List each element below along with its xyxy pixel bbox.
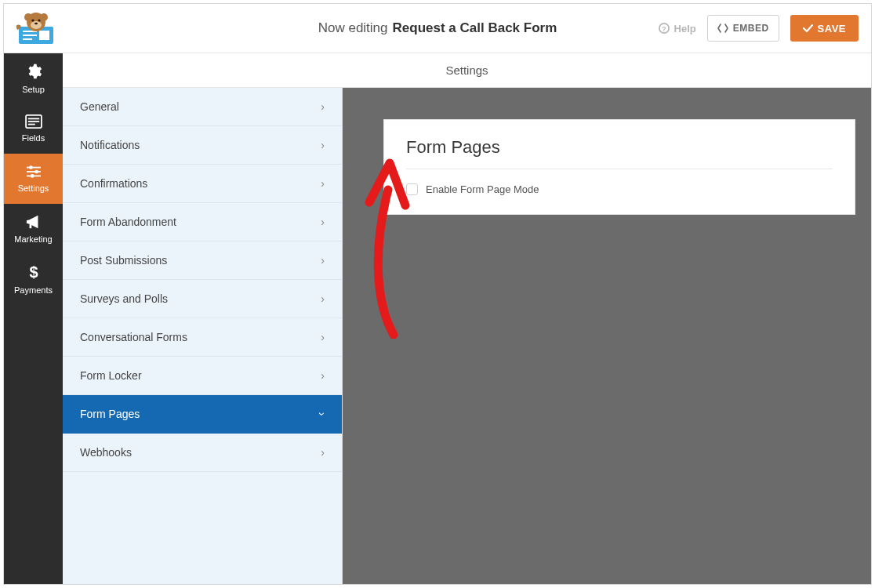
app-logo [4,4,68,53]
subnav-item-form-pages[interactable]: Form Pages › [63,395,342,434]
chevron-down-icon: › [317,412,329,416]
editing-prefix: Now editing [318,20,388,36]
svg-point-8 [31,21,42,29]
chevron-right-icon: › [321,292,325,305]
subnav-label: Confirmations [80,177,147,190]
svg-point-6 [24,13,32,21]
checkbox-label: Enable Form Page Mode [426,183,539,195]
sidebar-label: Settings [18,183,49,193]
fields-icon [25,114,42,129]
subnav-item-conversational-forms[interactable]: Conversational Forms › [63,318,342,357]
subnav-item-general[interactable]: General › [63,88,342,126]
subnav-label: Post Submissions [80,254,167,267]
subnav-label: Surveys and Polls [80,292,168,305]
main-canvas: Form Pages Enable Form Page Mode [343,88,871,584]
gear-icon [25,63,42,80]
top-actions: ? Help EMBED SAVE [659,15,859,42]
sidebar-label: Marketing [14,234,52,244]
help-icon: ? [659,23,670,34]
svg-rect-3 [23,38,32,40]
svg-point-23 [30,174,34,178]
enable-form-page-mode-row: Enable Form Page Mode [406,183,833,195]
sidebar-item-settings[interactable]: Settings [4,154,63,204]
embed-button[interactable]: EMBED [707,15,779,42]
dollar-icon: $ [27,263,40,281]
svg-rect-17 [27,124,34,125]
chevron-right-icon: › [321,331,325,343]
svg-rect-2 [23,34,37,36]
svg-point-21 [34,170,38,174]
page-title: Settings [445,64,488,77]
code-icon [717,24,728,33]
help-link[interactable]: ? Help [659,23,696,34]
chevron-right-icon: › [321,100,325,113]
page-title-bar: Settings [63,53,871,88]
sidebar-item-setup[interactable]: Setup [4,53,63,103]
subnav-item-confirmations[interactable]: Confirmations › [63,165,342,203]
check-icon [803,24,813,33]
sidebar-item-fields[interactable]: Fields [4,103,63,154]
svg-point-11 [34,23,38,25]
form-pages-panel: Form Pages Enable Form Page Mode [383,119,855,215]
svg-point-19 [29,165,33,169]
save-button[interactable]: SAVE [790,15,859,42]
enable-form-page-mode-checkbox[interactable] [406,183,418,195]
subnav-item-form-abandonment[interactable]: Form Abandonment › [63,203,342,241]
sidebar-item-payments[interactable]: $ Payments [4,254,63,304]
svg-point-7 [40,13,48,21]
sidebar-label: Setup [22,85,45,94]
svg-rect-16 [27,121,38,122]
svg-rect-15 [27,118,38,120]
subnav-label: Webhooks [80,446,132,459]
svg-rect-4 [39,31,49,40]
subnav-label: Conversational Forms [80,331,187,343]
chevron-right-icon: › [321,369,325,382]
subnav-item-surveys-and-polls[interactable]: Surveys and Polls › [63,280,342,318]
subnav-label: Notifications [80,139,140,151]
megaphone-icon [25,214,42,230]
subnav-label: General [80,100,119,113]
subnav-item-notifications[interactable]: Notifications › [63,126,342,165]
panel-heading: Form Pages [406,137,833,169]
chevron-right-icon: › [321,139,325,151]
svg-point-10 [38,19,40,21]
chevron-right-icon: › [321,216,325,228]
subnav-item-webhooks[interactable]: Webhooks › [63,434,342,472]
settings-subnav: General › Notifications › Confirmations … [63,88,343,584]
embed-label: EMBED [733,23,769,34]
svg-rect-24 [29,224,31,228]
subnav-label: Form Abandonment [80,216,176,228]
svg-point-9 [31,19,34,21]
sidebar-item-marketing[interactable]: Marketing [4,204,63,254]
sliders-icon [25,165,42,179]
sidebar-label: Payments [14,285,53,295]
save-label: SAVE [818,23,846,34]
subnav-label: Form Pages [80,408,140,420]
subnav-item-form-locker[interactable]: Form Locker › [63,357,342,395]
topbar: Now editing Request a Call Back Form ? H… [4,4,871,53]
primary-sidebar: Setup Fields Settings Marketing [4,53,63,584]
chevron-right-icon: › [321,177,325,190]
form-name: Request a Call Back Form [393,20,557,36]
subnav-label: Form Locker [80,369,142,382]
subnav-item-post-submissions[interactable]: Post Submissions › [63,241,342,280]
svg-text:?: ? [662,25,666,33]
help-label: Help [674,23,696,34]
sidebar-label: Fields [22,133,45,143]
chevron-right-icon: › [321,254,325,267]
svg-text:$: $ [29,263,38,281]
chevron-right-icon: › [321,446,325,459]
